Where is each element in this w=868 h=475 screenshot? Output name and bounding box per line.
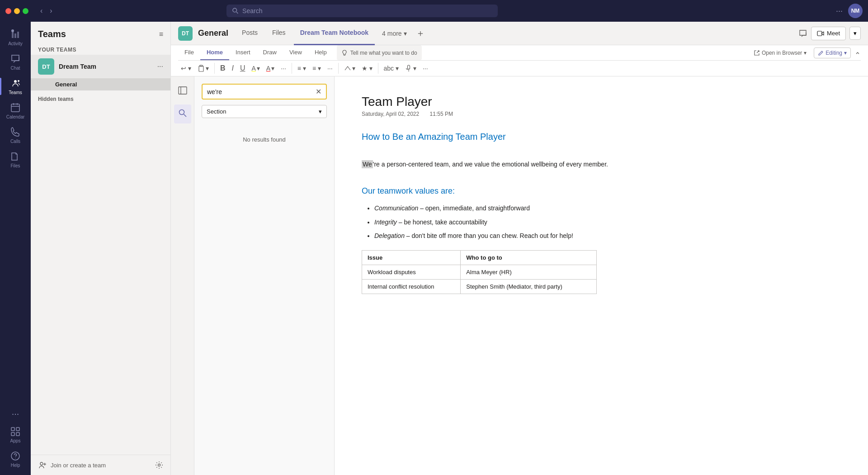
ribbon-tab-help[interactable]: Help bbox=[308, 45, 333, 60]
table-row: Workload disputes Alma Meyer (HR) bbox=[362, 265, 597, 279]
notebook-search-input[interactable] bbox=[207, 88, 312, 95]
join-create-team-button[interactable]: Join or create a team bbox=[38, 461, 106, 470]
svg-point-15 bbox=[40, 462, 43, 465]
sidebar-item-teams[interactable]: Teams bbox=[0, 74, 31, 99]
italic-button[interactable]: I bbox=[229, 62, 236, 74]
clipboard-button[interactable]: ▾ bbox=[195, 63, 212, 74]
tell-me-field[interactable]: Tell me what you want to do bbox=[337, 45, 422, 60]
team-more-button[interactable]: ··· bbox=[157, 62, 163, 71]
user-avatar[interactable]: NM bbox=[848, 4, 863, 18]
indent-more-button[interactable]: ··· bbox=[325, 63, 335, 74]
bullet-desc-delegation: – don't bite off more than you can chew.… bbox=[405, 232, 573, 239]
sidebar-bottom: ··· Apps Help bbox=[0, 405, 31, 475]
more-tools-button[interactable]: ··· bbox=[420, 63, 431, 74]
channel-item-general[interactable]: General bbox=[31, 78, 170, 90]
editing-button[interactable]: Editing ▾ bbox=[814, 48, 851, 58]
apps-label: Apps bbox=[10, 438, 21, 443]
bullets-button[interactable]: ≡ ▾ bbox=[295, 63, 309, 74]
svg-point-0 bbox=[233, 8, 237, 12]
ribbon-tab-insert[interactable]: Insert bbox=[229, 45, 257, 60]
sidebar-item-calls[interactable]: Calls bbox=[0, 123, 31, 147]
more-formatting-button[interactable]: ··· bbox=[278, 63, 289, 74]
add-tab-button[interactable]: ＋ bbox=[416, 27, 425, 39]
maximize-window-button[interactable] bbox=[23, 8, 28, 14]
underline-button[interactable]: U bbox=[237, 62, 248, 74]
svg-line-28 bbox=[184, 114, 186, 117]
highlight-color-button[interactable]: A ▾ bbox=[249, 63, 262, 74]
ribbon-divider-2 bbox=[292, 63, 292, 74]
svg-rect-11 bbox=[11, 432, 14, 436]
more-tabs-button[interactable]: 4 more ▾ bbox=[377, 22, 412, 45]
tab-posts[interactable]: Posts bbox=[236, 22, 264, 45]
svg-point-27 bbox=[179, 110, 184, 115]
ribbon-tab-file[interactable]: File bbox=[178, 45, 200, 60]
editing-chevron: ▾ bbox=[844, 50, 847, 56]
table-row: Internal conflict resolution Stephen Smi… bbox=[362, 279, 597, 294]
scope-dropdown[interactable]: Section ▾ bbox=[202, 105, 327, 118]
microphone-icon bbox=[405, 65, 412, 72]
svg-rect-12 bbox=[16, 432, 19, 436]
font-color-button[interactable]: A ▾ bbox=[264, 63, 277, 74]
undo-button[interactable]: ↩ ▾ bbox=[178, 63, 194, 74]
star-button[interactable]: ★ ▾ bbox=[359, 63, 375, 74]
more-options-button[interactable]: ··· bbox=[836, 6, 843, 16]
page-date: Saturday, April 02, 2022 bbox=[362, 111, 419, 117]
navigation-arrows: ‹ › bbox=[38, 5, 55, 17]
tell-me-label: Tell me what you want to do bbox=[350, 50, 417, 56]
icon-sidebar: Activity Chat Teams Calendar Calls Files… bbox=[0, 22, 31, 475]
notebook-search-button[interactable] bbox=[174, 104, 191, 124]
svg-point-18 bbox=[158, 464, 160, 466]
sidebar-item-apps[interactable]: Apps bbox=[0, 423, 31, 447]
sidebar-item-chat[interactable]: Chat bbox=[0, 50, 31, 74]
bold-button[interactable]: B bbox=[217, 62, 228, 74]
filter-icon[interactable]: ≡ bbox=[159, 30, 163, 38]
page-time: 11:55 PM bbox=[430, 111, 453, 117]
spelling-button[interactable]: abc ▾ bbox=[381, 63, 401, 74]
calendar-label: Calendar bbox=[6, 114, 25, 119]
team-item-dream-team[interactable]: DT Dream Team ··· bbox=[31, 55, 170, 78]
close-window-button[interactable] bbox=[5, 8, 11, 14]
notebook-search-wrapper[interactable]: ✕ bbox=[202, 84, 327, 100]
clear-search-button[interactable]: ✕ bbox=[316, 87, 321, 96]
styles-icon bbox=[344, 65, 351, 72]
scope-label: Section bbox=[207, 108, 226, 115]
global-search-input[interactable] bbox=[242, 7, 492, 14]
forward-button[interactable]: › bbox=[47, 5, 55, 17]
sidebar-item-more[interactable]: ··· bbox=[0, 405, 31, 423]
open-in-browser-button[interactable]: Open in Browser ▾ bbox=[754, 50, 807, 56]
notebook-library-button[interactable] bbox=[174, 82, 191, 101]
ribbon-tab-view[interactable]: View bbox=[283, 45, 308, 60]
sidebar-item-files[interactable]: Files bbox=[0, 147, 31, 172]
channel-title: General bbox=[198, 28, 228, 38]
sidebar-item-help[interactable]: Help bbox=[0, 447, 31, 471]
tab-files[interactable]: Files bbox=[266, 22, 292, 45]
ribbon-tab-draw[interactable]: Draw bbox=[257, 45, 283, 60]
numbering-button[interactable]: ≡ ▾ bbox=[310, 63, 324, 74]
ribbon-toolbar: ↩ ▾ ▾ B I U A ▾ A ▾ ··· ≡ ▾ ≡ ▾ ··· bbox=[178, 61, 861, 76]
ribbon-tab-home[interactable]: Home bbox=[200, 45, 229, 60]
no-results-message: No results found bbox=[202, 136, 327, 143]
tab-dream-team-notebook[interactable]: Dream Team Notebook bbox=[294, 22, 375, 45]
sidebar-item-activity[interactable]: Activity bbox=[0, 25, 31, 50]
join-team-icon bbox=[38, 461, 47, 470]
collapse-ribbon-icon[interactable] bbox=[854, 50, 861, 56]
ribbon-divider-4 bbox=[378, 63, 378, 74]
meet-button[interactable]: Meet bbox=[811, 27, 846, 40]
back-button[interactable]: ‹ bbox=[38, 5, 45, 17]
styles-button[interactable]: ▾ bbox=[341, 63, 358, 74]
chevron-down-icon: ▾ bbox=[404, 30, 407, 37]
meet-label: Meet bbox=[827, 30, 840, 37]
ribbon: File Home Insert Draw View Help Tell me … bbox=[171, 45, 868, 76]
bullet-item-delegation: Delegation – don't bite off more than yo… bbox=[374, 231, 841, 241]
activity-label: Activity bbox=[8, 41, 23, 46]
svg-rect-5 bbox=[11, 104, 19, 112]
meet-chevron-button[interactable]: ▾ bbox=[849, 27, 861, 40]
sidebar-item-calendar[interactable]: Calendar bbox=[0, 99, 31, 123]
dictate-button[interactable]: ▾ bbox=[402, 63, 419, 74]
chat-bubble-icon[interactable] bbox=[798, 29, 807, 38]
activity-icon bbox=[10, 29, 21, 40]
minimize-window-button[interactable] bbox=[14, 8, 20, 14]
table-cell-issue-1: Workload disputes bbox=[362, 265, 461, 279]
settings-icon[interactable] bbox=[155, 461, 163, 469]
global-search-bar[interactable] bbox=[226, 5, 498, 17]
